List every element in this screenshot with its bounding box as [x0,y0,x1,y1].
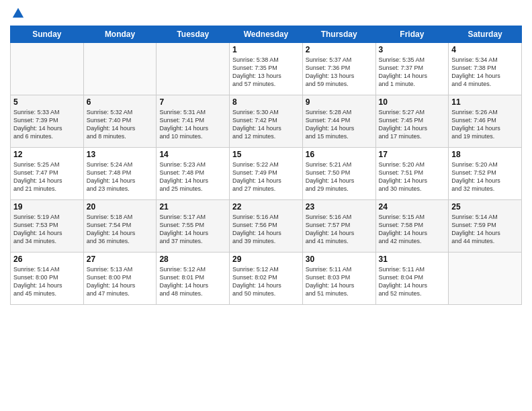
cell-content: Sunrise: 5:31 AM Sunset: 7:41 PM Dayligh… [159,108,226,141]
day-number: 19 [13,202,81,212]
calendar-cell: 26Sunrise: 5:14 AM Sunset: 8:00 PM Dayli… [11,253,84,305]
weekday-header-friday: Friday [375,26,449,43]
svg-marker-0 [13,8,24,18]
calendar-cell: 15Sunrise: 5:22 AM Sunset: 7:49 PM Dayli… [230,148,303,200]
cell-content: Sunrise: 5:37 AM Sunset: 7:36 PM Dayligh… [306,56,373,89]
day-number: 16 [306,150,373,159]
logo [10,7,25,20]
cell-content: Sunrise: 5:30 AM Sunset: 7:42 PM Dayligh… [232,108,300,141]
calendar-cell: 1Sunrise: 5:38 AM Sunset: 7:35 PM Daylig… [230,43,303,95]
day-number: 27 [87,255,154,264]
day-number: 3 [379,45,446,54]
cell-content: Sunrise: 5:20 AM Sunset: 7:51 PM Dayligh… [379,161,446,193]
calendar-cell: 27Sunrise: 5:13 AM Sunset: 8:00 PM Dayli… [83,253,157,305]
day-number: 8 [232,97,300,107]
calendar-cell [11,43,84,95]
calendar-cell: 12Sunrise: 5:25 AM Sunset: 7:47 PM Dayli… [11,148,84,200]
day-number: 14 [159,150,226,159]
calendar-cell: 14Sunrise: 5:23 AM Sunset: 7:48 PM Dayli… [157,148,230,200]
cell-content: Sunrise: 5:14 AM Sunset: 7:59 PM Dayligh… [451,213,519,246]
day-number: 25 [451,202,519,212]
calendar-cell: 16Sunrise: 5:21 AM Sunset: 7:50 PM Dayli… [302,148,375,200]
cell-content: Sunrise: 5:14 AM Sunset: 8:00 PM Dayligh… [13,265,81,298]
calendar-cell: 3Sunrise: 5:35 AM Sunset: 7:37 PM Daylig… [375,43,449,95]
weekday-header-saturday: Saturday [449,26,522,43]
calendar-cell: 31Sunrise: 5:11 AM Sunset: 8:04 PM Dayli… [375,253,449,305]
weekday-header-monday: Monday [83,26,157,43]
calendar-cell [157,43,230,95]
day-number: 11 [451,97,519,107]
calendar-cell: 2Sunrise: 5:37 AM Sunset: 7:36 PM Daylig… [302,43,375,95]
cell-content: Sunrise: 5:19 AM Sunset: 7:53 PM Dayligh… [13,213,81,246]
calendar-cell: 10Sunrise: 5:27 AM Sunset: 7:45 PM Dayli… [375,95,449,148]
day-number: 18 [451,150,519,159]
week-row-3: 12Sunrise: 5:25 AM Sunset: 7:47 PM Dayli… [11,148,522,200]
calendar-cell: 8Sunrise: 5:30 AM Sunset: 7:42 PM Daylig… [230,95,303,148]
day-number: 21 [159,202,226,212]
cell-content: Sunrise: 5:11 AM Sunset: 8:04 PM Dayligh… [379,265,446,298]
day-number: 15 [232,150,300,159]
cell-content: Sunrise: 5:27 AM Sunset: 7:45 PM Dayligh… [379,108,446,141]
weekday-header-thursday: Thursday [302,26,375,43]
cell-content: Sunrise: 5:16 AM Sunset: 7:57 PM Dayligh… [306,213,373,246]
cell-content: Sunrise: 5:38 AM Sunset: 7:35 PM Dayligh… [232,56,300,89]
calendar-cell: 18Sunrise: 5:20 AM Sunset: 7:52 PM Dayli… [449,148,522,200]
cell-content: Sunrise: 5:25 AM Sunset: 7:47 PM Dayligh… [13,161,81,193]
day-number: 22 [232,202,300,212]
week-row-4: 19Sunrise: 5:19 AM Sunset: 7:53 PM Dayli… [11,200,522,253]
calendar-cell: 13Sunrise: 5:24 AM Sunset: 7:48 PM Dayli… [83,148,157,200]
calendar-cell: 19Sunrise: 5:19 AM Sunset: 7:53 PM Dayli… [11,200,84,253]
header [10,7,522,20]
weekday-header-sunday: Sunday [11,26,84,43]
cell-content: Sunrise: 5:16 AM Sunset: 7:56 PM Dayligh… [232,213,300,246]
calendar-cell: 5Sunrise: 5:33 AM Sunset: 7:39 PM Daylig… [11,95,84,148]
calendar-cell: 28Sunrise: 5:12 AM Sunset: 8:01 PM Dayli… [157,253,230,305]
calendar-cell [83,43,157,95]
calendar-cell: 30Sunrise: 5:11 AM Sunset: 8:03 PM Dayli… [302,253,375,305]
day-number: 30 [306,255,373,264]
cell-content: Sunrise: 5:20 AM Sunset: 7:52 PM Dayligh… [451,161,519,193]
calendar-cell: 23Sunrise: 5:16 AM Sunset: 7:57 PM Dayli… [302,200,375,253]
day-number: 10 [379,97,446,107]
cell-content: Sunrise: 5:18 AM Sunset: 7:54 PM Dayligh… [87,213,154,246]
weekday-header-tuesday: Tuesday [157,26,230,43]
calendar-cell: 9Sunrise: 5:28 AM Sunset: 7:44 PM Daylig… [302,95,375,148]
cell-content: Sunrise: 5:22 AM Sunset: 7:49 PM Dayligh… [232,161,300,193]
day-number: 26 [13,255,81,264]
calendar-cell: 29Sunrise: 5:12 AM Sunset: 8:02 PM Dayli… [230,253,303,305]
day-number: 20 [87,202,154,212]
calendar-cell: 22Sunrise: 5:16 AM Sunset: 7:56 PM Dayli… [230,200,303,253]
day-number: 5 [13,97,81,107]
cell-content: Sunrise: 5:13 AM Sunset: 8:00 PM Dayligh… [87,265,154,298]
day-number: 24 [379,202,446,212]
cell-content: Sunrise: 5:15 AM Sunset: 7:58 PM Dayligh… [379,213,446,246]
day-number: 31 [379,255,446,264]
calendar-table: SundayMondayTuesdayWednesdayThursdayFrid… [10,26,522,305]
day-number: 7 [159,97,226,107]
day-number: 17 [379,150,446,159]
week-row-1: 1Sunrise: 5:38 AM Sunset: 7:35 PM Daylig… [11,43,522,95]
cell-content: Sunrise: 5:12 AM Sunset: 8:02 PM Dayligh… [232,265,300,298]
cell-content: Sunrise: 5:28 AM Sunset: 7:44 PM Dayligh… [306,108,373,141]
page: SundayMondayTuesdayWednesdayThursdayFrid… [0,0,532,411]
calendar-cell: 24Sunrise: 5:15 AM Sunset: 7:58 PM Dayli… [375,200,449,253]
cell-content: Sunrise: 5:23 AM Sunset: 7:48 PM Dayligh… [159,161,226,193]
cell-content: Sunrise: 5:34 AM Sunset: 7:38 PM Dayligh… [451,56,519,89]
weekday-header-row: SundayMondayTuesdayWednesdayThursdayFrid… [11,26,522,43]
cell-content: Sunrise: 5:12 AM Sunset: 8:01 PM Dayligh… [159,265,226,298]
cell-content: Sunrise: 5:11 AM Sunset: 8:03 PM Dayligh… [306,265,373,298]
day-number: 13 [87,150,154,159]
weekday-header-wednesday: Wednesday [230,26,303,43]
cell-content: Sunrise: 5:32 AM Sunset: 7:40 PM Dayligh… [87,108,154,141]
calendar-cell: 25Sunrise: 5:14 AM Sunset: 7:59 PM Dayli… [449,200,522,253]
day-number: 29 [232,255,300,264]
day-number: 2 [306,45,373,54]
cell-content: Sunrise: 5:26 AM Sunset: 7:46 PM Dayligh… [451,108,519,141]
cell-content: Sunrise: 5:35 AM Sunset: 7:37 PM Dayligh… [379,56,446,89]
cell-content: Sunrise: 5:17 AM Sunset: 7:55 PM Dayligh… [159,213,226,246]
calendar-cell: 7Sunrise: 5:31 AM Sunset: 7:41 PM Daylig… [157,95,230,148]
day-number: 12 [13,150,81,159]
calendar-cell: 6Sunrise: 5:32 AM Sunset: 7:40 PM Daylig… [83,95,157,148]
calendar-cell: 11Sunrise: 5:26 AM Sunset: 7:46 PM Dayli… [449,95,522,148]
week-row-5: 26Sunrise: 5:14 AM Sunset: 8:00 PM Dayli… [11,253,522,305]
